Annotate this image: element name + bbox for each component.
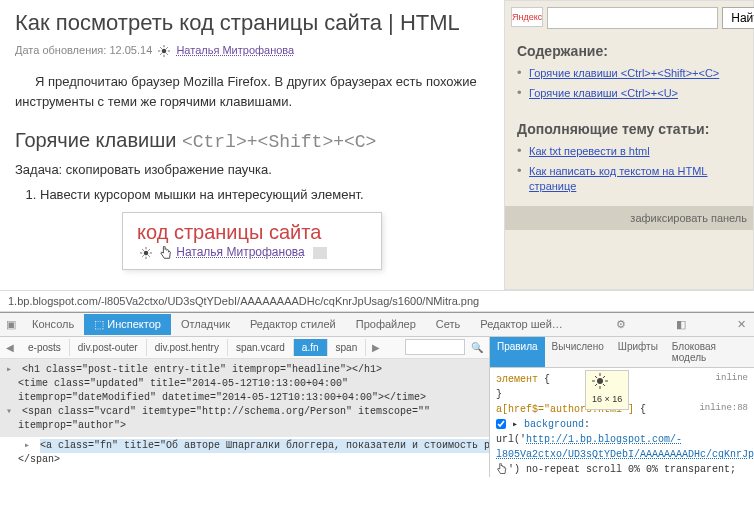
spider-icon <box>140 247 152 259</box>
svg-point-0 <box>162 49 167 54</box>
search-icon[interactable]: 🔍 <box>465 342 489 353</box>
spider-icon <box>158 45 170 57</box>
toc-link[interactable]: Горячие клавиши <Ctrl>+<Shift>+<C> <box>529 67 719 79</box>
devtools: ▣ Консоль ⬚ Инспектор Отладчик Редактор … <box>0 312 754 477</box>
url-bar: 1.bp.blogspot.com/-l805Va2ctxo/UD3sQtYDe… <box>0 290 754 312</box>
html-code[interactable]: ▸ <h1 class="post-title entry-title" ite… <box>0 359 489 471</box>
page-title: Как посмотреть код страницы сайта | HTML <box>15 10 489 36</box>
article-main: Как посмотреть код страницы сайта | HTML… <box>0 0 504 290</box>
related-link[interactable]: Как написать код текстом на HTML страниц… <box>529 165 708 192</box>
section-heading: Горячие клавиши <Ctrl>+<Shift>+<C> <box>15 129 489 152</box>
cursor-hand-icon <box>496 462 508 476</box>
svg-point-1 <box>144 250 149 255</box>
example-box: код страницы сайта Наталья Митрофанова <box>122 212 382 270</box>
breadcrumb-item[interactable]: div.post-outer <box>70 339 147 356</box>
search-input[interactable] <box>547 7 718 29</box>
rule-checkbox[interactable] <box>496 419 506 429</box>
related-link[interactable]: Как txt перевести в html <box>529 145 650 157</box>
devtools-close-icon[interactable]: ✕ <box>729 318 754 331</box>
tab-console[interactable]: Консоль <box>22 314 84 334</box>
meta-date-label: Дата обновления: <box>15 44 106 56</box>
tab-shader[interactable]: Редактор шей… <box>470 314 573 334</box>
author-link[interactable]: Наталья Митрофанова <box>176 44 294 56</box>
search-area: Яндекс Найти <box>505 1 753 35</box>
styles-tabs: Правила Вычислено Шрифты Блоковая модель <box>490 337 754 368</box>
html-panel: ◀ e-posts div.post-outer div.post.hentry… <box>0 337 489 477</box>
svg-point-2 <box>597 378 603 384</box>
devtools-tabs: ▣ Консоль ⬚ Инспектор Отладчик Редактор … <box>0 313 754 337</box>
breadcrumb-item[interactable]: e-posts <box>20 339 70 356</box>
toc-list: Горячие клавиши <Ctrl>+<Shift>+<C> Горяч… <box>517 65 741 100</box>
task-text: Задача: скопировать изображение паучка. <box>15 162 489 177</box>
styles-tab-fonts[interactable]: Шрифты <box>611 337 665 367</box>
styles-tab-rules[interactable]: Правила <box>490 337 545 367</box>
devtools-dock-icon[interactable]: ◧ <box>668 318 694 331</box>
tab-network[interactable]: Сеть <box>426 314 470 334</box>
hotkey-code: <Ctrl>+<Shift>+<C> <box>182 132 376 152</box>
tab-inspector[interactable]: ⬚ Инспектор <box>84 314 171 335</box>
breadcrumb-item-active[interactable]: a.fn <box>294 339 328 356</box>
search-button[interactable]: Найти <box>722 7 754 29</box>
selected-node[interactable]: <a class="fn" title="Об авторе Шпаргалки… <box>40 439 489 453</box>
styles-tab-computed[interactable]: Вычислено <box>545 337 611 367</box>
styles-panel: Правила Вычислено Шрифты Блоковая модель… <box>489 337 754 477</box>
related-heading: Дополняющие тему статьи: <box>517 121 741 137</box>
cursor-hand-icon <box>159 245 173 261</box>
intro-paragraph: Я предпочитаю браузер Mozilla Firefox. В… <box>15 72 489 111</box>
breadcrumb-prev-icon[interactable]: ◀ <box>0 342 20 353</box>
breadcrumb-item[interactable]: span.vcard <box>228 339 294 356</box>
article-meta: Дата обновления: 12.05.14 Наталья Митроф… <box>15 44 489 57</box>
tab-style-editor[interactable]: Редактор стилей <box>240 314 346 334</box>
related-list: Как txt перевести в html Как написать ко… <box>517 143 741 193</box>
link-icon <box>313 247 327 259</box>
breadcrumb-bar: ◀ e-posts div.post-outer div.post.hentry… <box>0 337 489 359</box>
tab-debugger[interactable]: Отладчик <box>171 314 240 334</box>
tab-profiler[interactable]: Профайлер <box>346 314 426 334</box>
step-item: Навести курсором мышки на интересующий э… <box>40 187 489 202</box>
styles-tab-box[interactable]: Блоковая модель <box>665 337 754 367</box>
breadcrumb-search-input[interactable] <box>405 339 465 355</box>
meta-date: 12.05.14 <box>109 44 152 56</box>
breadcrumb-next-icon[interactable]: ▶ <box>366 342 386 353</box>
styles-rules[interactable]: 16 × 16 элемент {inline } a[href$="autho… <box>490 368 754 477</box>
step-list: Навести курсором мышки на интересующий э… <box>40 187 489 202</box>
fix-panel-button[interactable]: зафиксировать панель <box>505 206 753 230</box>
breadcrumb-item[interactable]: span <box>328 339 367 356</box>
spider-icon <box>592 373 608 389</box>
devtools-options-icon[interactable]: ⚙ <box>608 318 634 331</box>
breadcrumb-item[interactable]: div.post.hentry <box>147 339 228 356</box>
sidebar: Яндекс Найти Содержание: Горячие клавиши… <box>504 0 754 290</box>
example-author-link[interactable]: Наталья Митрофанова <box>176 245 305 259</box>
toc-link[interactable]: Горячие клавиши <Ctrl>+<U> <box>529 87 678 99</box>
example-title: код страницы сайта <box>137 221 367 244</box>
inspect-icon[interactable]: ▣ <box>0 315 22 334</box>
yandex-logo: Яндекс <box>511 7 543 27</box>
toc-heading: Содержание: <box>517 43 741 59</box>
image-tooltip: 16 × 16 <box>585 370 629 410</box>
